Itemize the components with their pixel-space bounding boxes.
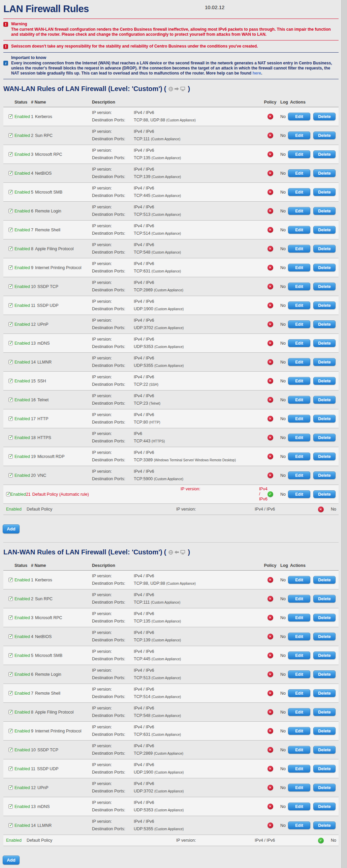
delete-button[interactable]: Delete <box>313 207 336 215</box>
edit-button[interactable]: Edit <box>288 453 310 460</box>
status-checkbox[interactable] <box>8 473 13 478</box>
delete-button[interactable]: Delete <box>313 803 336 810</box>
delete-button[interactable]: Delete <box>313 415 336 423</box>
delete-button[interactable]: Delete <box>313 113 336 120</box>
delete-button[interactable]: Delete <box>313 434 336 441</box>
edit-button[interactable]: Edit <box>288 415 310 423</box>
delete-button[interactable]: Delete <box>313 595 336 603</box>
delete-button[interactable]: Delete <box>313 339 336 347</box>
edit-button[interactable]: Edit <box>288 490 310 498</box>
status-checkbox[interactable] <box>8 341 13 345</box>
status-checkbox[interactable] <box>8 209 13 213</box>
status-checkbox[interactable] <box>8 823 13 828</box>
edit-button[interactable]: Edit <box>288 784 310 791</box>
status-checkbox[interactable] <box>8 190 13 194</box>
edit-button[interactable]: Edit <box>288 708 310 716</box>
delete-button[interactable]: Delete <box>313 652 336 659</box>
delete-button[interactable]: Delete <box>313 301 336 309</box>
status-checkbox[interactable] <box>8 171 13 175</box>
status-checkbox[interactable] <box>8 435 13 440</box>
status-checkbox[interactable] <box>8 653 13 658</box>
edit-button[interactable]: Edit <box>288 670 310 678</box>
status-checkbox[interactable] <box>8 691 13 695</box>
edit-button[interactable]: Edit <box>288 339 310 347</box>
status-checkbox[interactable] <box>8 303 13 308</box>
delete-button[interactable]: Delete <box>313 358 336 366</box>
edit-button[interactable]: Edit <box>288 283 310 290</box>
delete-button[interactable]: Delete <box>313 746 336 754</box>
edit-button[interactable]: Edit <box>288 576 310 584</box>
delete-button[interactable]: Delete <box>313 377 336 385</box>
edit-button[interactable]: Edit <box>288 150 310 158</box>
delete-button[interactable]: Delete <box>313 576 336 584</box>
status-checkbox[interactable] <box>8 228 13 232</box>
status-checkbox[interactable] <box>8 379 13 383</box>
delete-button[interactable]: Delete <box>313 708 336 716</box>
delete-button[interactable]: Delete <box>313 821 336 829</box>
edit-button[interactable]: Edit <box>288 727 310 735</box>
edit-button[interactable]: Edit <box>288 264 310 271</box>
delete-button[interactable]: Delete <box>313 670 336 678</box>
edit-button[interactable]: Edit <box>288 396 310 404</box>
edit-button[interactable]: Edit <box>288 765 310 773</box>
edit-button[interactable]: Edit <box>288 652 310 659</box>
edit-button[interactable]: Edit <box>288 320 310 328</box>
status-checkbox[interactable] <box>8 133 13 138</box>
status-checkbox[interactable] <box>8 597 13 601</box>
delete-button[interactable]: Delete <box>313 396 336 404</box>
edit-button[interactable]: Edit <box>288 113 310 120</box>
edit-button[interactable]: Edit <box>288 821 310 829</box>
edit-button[interactable]: Edit <box>288 746 310 754</box>
edit-button[interactable]: Edit <box>288 132 310 139</box>
status-checkbox[interactable] <box>8 615 13 620</box>
status-checkbox[interactable] <box>8 766 13 771</box>
status-checkbox[interactable] <box>8 710 13 714</box>
edit-button[interactable]: Edit <box>288 169 310 177</box>
status-checkbox[interactable] <box>8 578 13 582</box>
add-rule-button[interactable]: Add <box>3 524 20 533</box>
edit-button[interactable]: Edit <box>288 207 310 215</box>
status-checkbox[interactable] <box>8 398 13 402</box>
status-checkbox[interactable] <box>8 416 13 421</box>
edit-button[interactable]: Edit <box>288 471 310 479</box>
status-checkbox[interactable] <box>8 454 13 459</box>
delete-button[interactable]: Delete <box>313 245 336 253</box>
status-checkbox[interactable] <box>8 748 13 752</box>
delete-button[interactable]: Delete <box>313 471 336 479</box>
status-checkbox[interactable] <box>8 284 13 289</box>
edit-button[interactable]: Edit <box>288 358 310 366</box>
status-checkbox[interactable] <box>8 360 13 364</box>
help-link[interactable]: here <box>253 71 261 76</box>
delete-button[interactable]: Delete <box>313 150 336 158</box>
edit-button[interactable]: Edit <box>288 803 310 810</box>
status-checkbox[interactable] <box>8 804 13 809</box>
delete-button[interactable]: Delete <box>313 169 336 177</box>
status-checkbox[interactable] <box>8 785 13 790</box>
edit-button[interactable]: Edit <box>288 377 310 385</box>
delete-button[interactable]: Delete <box>313 132 336 139</box>
edit-button[interactable]: Edit <box>288 434 310 441</box>
edit-button[interactable]: Edit <box>288 633 310 640</box>
delete-button[interactable]: Delete <box>313 320 336 328</box>
edit-button[interactable]: Edit <box>288 614 310 621</box>
add-rule-button[interactable]: Add <box>3 856 20 865</box>
delete-button[interactable]: Delete <box>313 188 336 196</box>
status-checkbox[interactable] <box>8 265 13 270</box>
delete-button[interactable]: Delete <box>313 226 336 234</box>
edit-button[interactable]: Edit <box>288 226 310 234</box>
delete-button[interactable]: Delete <box>313 283 336 290</box>
status-checkbox[interactable] <box>8 322 13 326</box>
delete-button[interactable]: Delete <box>313 453 336 460</box>
status-checkbox[interactable] <box>8 152 13 156</box>
edit-button[interactable]: Edit <box>288 188 310 196</box>
delete-button[interactable]: Delete <box>313 727 336 735</box>
delete-button[interactable]: Delete <box>313 689 336 697</box>
status-checkbox[interactable] <box>8 114 13 119</box>
delete-button[interactable]: Delete <box>313 765 336 773</box>
delete-button[interactable]: Delete <box>313 784 336 791</box>
status-checkbox[interactable] <box>8 247 13 251</box>
status-checkbox[interactable] <box>6 492 10 496</box>
status-checkbox[interactable] <box>8 729 13 733</box>
edit-button[interactable]: Edit <box>288 689 310 697</box>
delete-button[interactable]: Delete <box>313 264 336 271</box>
